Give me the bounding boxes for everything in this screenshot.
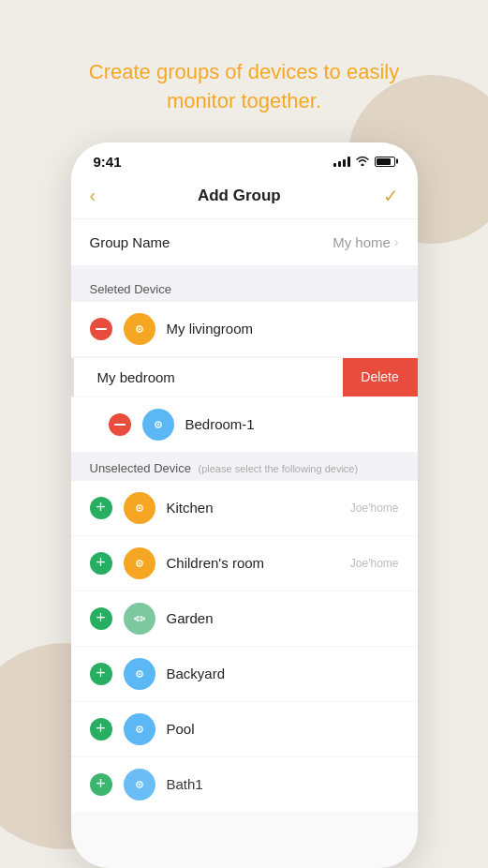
childrens-room-device-name: Children's room [167,555,339,571]
content-area: Group Name My home › Seleted Device [71,219,418,812]
device-row-garden: Garden [71,591,418,647]
wifi-icon [355,155,370,169]
signal-icon [333,156,350,167]
garden-device-name: Garden [167,610,399,626]
remove-bedroom1-button[interactable] [109,413,131,436]
add-garden-button[interactable] [90,607,112,630]
livingroom-device-name: My livingroom [167,321,399,337]
bedroom-device-row: Bedroom-1 [71,397,418,452]
back-button[interactable]: ‹ [90,185,96,206]
device-row-childrens-room: Children's room Joe'home [71,536,418,591]
bedroom-group-container: My bedroom Delete Bedro [71,357,418,452]
group-name-current: My home [333,234,391,250]
group-name-row[interactable]: Group Name My home › [71,219,418,265]
bath1-device-icon [124,769,155,801]
chevron-right-icon: › [394,234,399,249]
unselected-section-header: Unselected Device (please select the fol… [71,452,418,481]
device-row-kitchen: Kitchen Joe'home [71,481,418,536]
remove-livingroom-button[interactable] [90,318,112,340]
backyard-device-icon [124,658,155,690]
backyard-device-name: Backyard [167,666,399,681]
svg-point-8 [138,506,140,508]
svg-point-2 [138,327,140,329]
nav-bar: ‹ Add Group ✓ [71,177,418,219]
confirm-button[interactable]: ✓ [383,185,399,207]
selected-section-label: Seleted Device [90,282,171,296]
add-pool-button[interactable] [90,718,112,741]
bedroom1-device-name: Bedroom-1 [185,416,399,432]
nav-title: Add Group [198,187,281,205]
svg-point-21 [138,727,140,729]
childrens-room-device-home: Joe'home [350,557,399,570]
battery-icon [375,157,395,167]
kitchen-device-name: Kitchen [167,500,339,516]
bath1-device-name: Bath1 [167,776,399,792]
headline-text: Create groups of devices to easily monit… [0,58,488,116]
device-row-pool: Pool [71,702,418,757]
group-name-label: Group Name [90,234,170,250]
svg-point-5 [156,423,158,425]
add-backyard-button[interactable] [90,663,112,685]
livingroom-device-icon [124,313,155,345]
status-bar: 9:41 [71,142,418,177]
childrens-room-device-icon [124,547,155,579]
status-icons [333,155,395,169]
unselected-section-label: Unselected Device [90,461,191,475]
selected-section-header: Seleted Device [71,273,418,302]
add-childrens-room-button[interactable] [90,552,112,575]
kitchen-device-home: Joe'home [350,501,399,515]
unselected-hint: (please select the following device) [199,463,359,474]
page-wrapper: Create groups of devices to easily monit… [0,0,488,868]
svg-point-24 [138,783,140,785]
pool-device-name: Pool [167,721,399,737]
svg-point-11 [138,561,140,563]
phone-shell: 9:41 [71,142,418,868]
add-bath1-button[interactable] [90,773,112,796]
kitchen-device-icon [124,492,155,524]
unselected-devices-section: Kitchen Joe'home Children's room Joe'h [71,481,418,812]
pool-device-icon [124,713,155,745]
add-kitchen-button[interactable] [90,497,112,519]
device-row-backyard: Backyard [71,647,418,702]
bedroom-group-header: My bedroom Delete [71,358,418,397]
svg-point-18 [138,672,140,674]
garden-device-icon [124,603,155,635]
bedroom-left-bar [71,358,74,397]
bedroom1-device-icon [142,409,174,441]
device-row-bath1: Bath1 [71,757,418,812]
delete-bedroom-button[interactable]: Delete [343,358,418,397]
group-name-value: My home › [333,234,398,250]
status-time: 9:41 [94,154,122,170]
device-row-livingroom: My livingroom [71,302,418,357]
selected-devices-section: My livingroom My bedroom Delete [71,302,418,452]
